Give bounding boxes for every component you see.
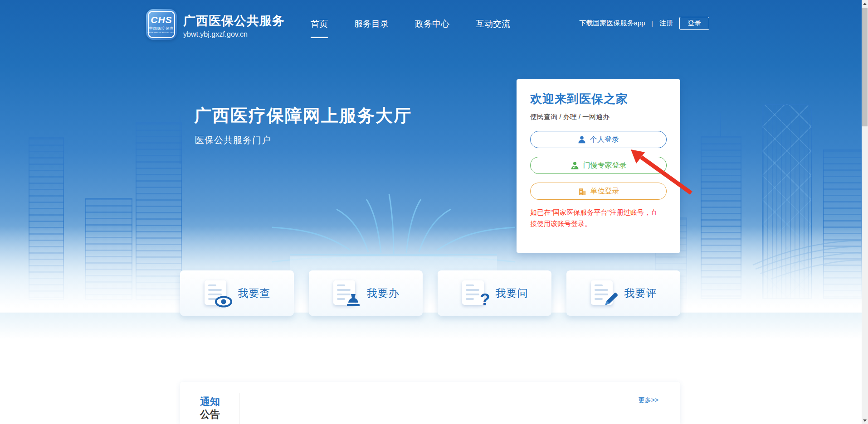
skyline-building xyxy=(29,137,64,300)
service-label: 我要查 xyxy=(238,286,271,300)
chs-logo-inner: CHS 中国医疗保障 CHINA HEALTHCARE SECURITY xyxy=(148,11,175,38)
brand-text: 广西医保公共服务 ybwt.ybj.gxzf.gov.cn xyxy=(183,13,285,39)
document-icon: ? xyxy=(461,279,488,307)
service-shortcuts: 我要查 我要办 ? 我要问 xyxy=(180,270,680,316)
register-link[interactable]: 注册 xyxy=(659,19,673,28)
person-icon xyxy=(578,135,586,144)
hero-title: 广西医疗保障网上服务大厅 xyxy=(194,104,412,127)
logo-cn-text: 中国医疗保障 xyxy=(149,26,174,31)
site-url: ybwt.ybj.gxzf.gov.cn xyxy=(183,30,285,39)
skyline-building xyxy=(85,198,132,300)
expert-login-label: 门慢专家登录 xyxy=(583,161,627,170)
city-skyline-graphic xyxy=(0,0,868,424)
expert-login-button[interactable]: 门慢专家登录 xyxy=(530,157,667,174)
login-card-tagline: 便民查询 / 办理 / 一网通办 xyxy=(530,113,667,121)
question-icon: ? xyxy=(480,292,490,308)
notice-board: 通知 公告 更多>> xyxy=(180,382,680,424)
logo-en-text: CHINA HEALTHCARE SECURITY xyxy=(147,31,175,34)
chs-logo[interactable]: CHS 中国医疗保障 CHINA HEALTHCARE SECURITY xyxy=(146,9,177,40)
scrollbar-down-button[interactable] xyxy=(862,417,868,424)
login-note-line2: 接使用该账号登录。 xyxy=(530,218,667,229)
logo-acronym: CHS xyxy=(151,15,172,24)
nav-item-gov-center[interactable]: 政务中心 xyxy=(415,18,449,38)
service-label: 我要办 xyxy=(367,286,400,300)
download-app-link[interactable]: 下载国家医保服务app xyxy=(580,19,645,28)
service-card-handle[interactable]: 我要办 xyxy=(309,270,423,316)
hero-subtitle: 医保公共服务门户 xyxy=(195,134,271,146)
document-icon xyxy=(332,279,360,307)
scroll-down-icon xyxy=(863,419,867,422)
document-icon xyxy=(204,279,231,307)
document-icon xyxy=(590,279,617,307)
main-nav: 首页 服务目录 政务中心 互动交流 xyxy=(311,18,510,38)
notice-divider xyxy=(239,393,239,424)
notice-title-line1: 通知 xyxy=(200,395,220,408)
skyline-antenna xyxy=(180,114,180,164)
notice-title: 通知 公告 xyxy=(200,395,220,421)
skyline-building xyxy=(701,136,741,299)
header: CHS 中国医疗保障 CHINA HEALTHCARE SECURITY 广西医… xyxy=(0,0,862,52)
personal-login-label: 个人登录 xyxy=(590,135,619,145)
service-label: 我要评 xyxy=(624,286,657,300)
header-login-button[interactable]: 登录 xyxy=(679,17,709,30)
personal-login-button[interactable]: 个人登录 xyxy=(530,131,667,148)
service-card-query[interactable]: 我要查 xyxy=(180,270,294,316)
scrollbar-thumb[interactable] xyxy=(862,8,868,126)
login-card: 欢迎来到医保之家 便民查询 / 办理 / 一网通办 个人登录 门慢专家登录 xyxy=(517,79,680,253)
nav-item-interaction[interactable]: 互动交流 xyxy=(476,18,510,38)
skyline-building xyxy=(762,104,812,299)
login-note-line1: 如已在"国家医保服务平台"注册过账号，直 xyxy=(530,207,667,218)
pen-icon xyxy=(603,291,619,308)
unit-login-button[interactable]: 单位登录 xyxy=(530,183,667,200)
site-title: 广西医保公共服务 xyxy=(183,13,285,29)
scrollbar[interactable] xyxy=(862,0,868,424)
notice-title-line2: 公告 xyxy=(200,408,220,421)
notice-more-link[interactable]: 更多>> xyxy=(639,396,658,405)
eye-icon xyxy=(215,296,233,308)
service-card-rate[interactable]: 我要评 xyxy=(566,270,680,316)
skyline-antenna xyxy=(720,113,721,137)
stamp-icon xyxy=(345,293,361,308)
header-right: 下载国家医保服务app | 注册 登录 xyxy=(580,17,709,30)
skyline-building xyxy=(823,149,862,299)
page: CHS 中国医疗保障 CHINA HEALTHCARE SECURITY 广西医… xyxy=(0,0,868,424)
service-label: 我要问 xyxy=(496,286,528,300)
skyline-building xyxy=(136,122,182,300)
unit-login-label: 单位登录 xyxy=(590,187,619,196)
header-divider: | xyxy=(652,20,653,27)
nav-item-service-catalog[interactable]: 服务目录 xyxy=(354,18,389,38)
login-note: 如已在"国家医保服务平台"注册过账号，直 接使用该账号登录。 xyxy=(530,207,667,229)
nav-item-home[interactable]: 首页 xyxy=(311,18,328,38)
login-card-title: 欢迎来到医保之家 xyxy=(530,91,667,107)
doctor-icon xyxy=(571,161,579,170)
scroll-up-icon xyxy=(863,3,867,5)
scrollbar-up-button[interactable] xyxy=(862,0,868,7)
service-card-ask[interactable]: ? 我要问 xyxy=(438,270,551,316)
building-icon xyxy=(578,187,586,196)
